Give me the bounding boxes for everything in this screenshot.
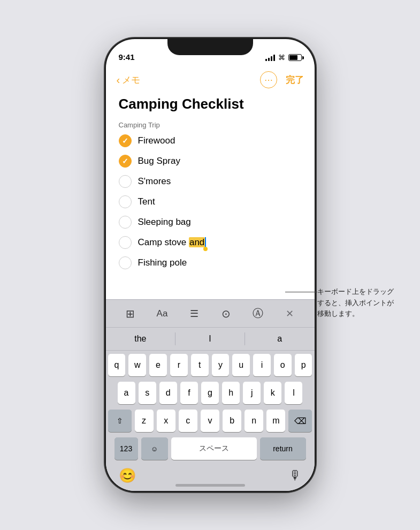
keyboard-row-1: q w e r t y u i o p	[108, 354, 312, 376]
font-button[interactable]: Aa	[151, 303, 173, 324]
signal-bars-icon	[265, 55, 275, 61]
keyboard-row-3: ⇧ z x c v b n m ⌫	[108, 410, 312, 432]
list-item: Bug Spray	[119, 155, 302, 168]
table-icon: ⊞	[126, 307, 135, 320]
section-label: Camping Trip	[119, 121, 302, 129]
autocorrect-suggestion[interactable]: I	[175, 332, 245, 346]
key-l[interactable]: l	[285, 382, 302, 404]
nav-bar: ‹ メモ ⋯ 完了	[106, 66, 315, 92]
list-item: Sleeping bag	[119, 216, 302, 229]
item-text: S'mores	[138, 176, 171, 187]
checkbox-unchecked[interactable]	[119, 256, 132, 269]
checkbox-unchecked[interactable]	[119, 195, 132, 208]
main-content: ‹ メモ ⋯ 完了 Camping Checklist Camping Trip…	[106, 66, 315, 491]
markup-button[interactable]: Ⓐ	[247, 303, 269, 324]
ellipsis-icon: ⋯	[264, 75, 273, 85]
space-key[interactable]: スペース	[171, 437, 257, 460]
number-key[interactable]: 123	[114, 437, 138, 460]
back-label: メモ	[122, 74, 140, 86]
nav-right: ⋯ 完了	[260, 71, 304, 88]
key-c[interactable]: c	[179, 410, 197, 432]
key-e[interactable]: e	[149, 354, 167, 376]
key-s[interactable]: s	[139, 382, 156, 404]
key-u[interactable]: u	[232, 354, 250, 376]
keyboard: q w e r t y u i o p a s d f g h j k	[106, 351, 315, 464]
format-toolbar: ⊞ Aa ☰ ⊙ Ⓐ ✕	[106, 299, 315, 327]
key-n[interactable]: n	[245, 410, 263, 432]
key-r[interactable]: r	[170, 354, 188, 376]
status-icons: ⌘	[265, 54, 302, 62]
key-i[interactable]: i	[253, 354, 271, 376]
key-a[interactable]: a	[118, 382, 135, 404]
checkbox-unchecked[interactable]	[119, 236, 132, 249]
callout-container: キーボード上をドラッグすると、挿入ポイントが移動します。	[285, 286, 398, 320]
list-item: Fishing pole	[119, 256, 302, 269]
key-z[interactable]: z	[135, 410, 154, 432]
keyboard-row-4: 123 ☺ スペース return	[108, 437, 312, 460]
delete-key[interactable]: ⌫	[288, 410, 312, 432]
shift-key[interactable]: ⇧	[108, 410, 132, 432]
list-item: Tent	[119, 195, 302, 208]
done-button[interactable]: 完了	[286, 74, 304, 86]
key-o[interactable]: o	[274, 354, 292, 376]
key-k[interactable]: k	[264, 382, 281, 404]
list-item-active: Camp stove and	[119, 236, 302, 249]
callout-line	[285, 292, 317, 292]
emoji-key[interactable]: ☺	[141, 437, 168, 460]
key-m[interactable]: m	[266, 410, 285, 432]
autocorrect-suggestion[interactable]: a	[245, 332, 315, 346]
item-text-active[interactable]: Camp stove and	[138, 237, 207, 248]
checkbox-unchecked[interactable]	[119, 175, 132, 188]
note-area: Camping Checklist Camping Trip Firewood …	[106, 92, 315, 299]
key-b[interactable]: b	[223, 410, 241, 432]
key-j[interactable]: j	[243, 382, 261, 404]
key-y[interactable]: y	[212, 354, 230, 376]
autocorrect-suggestion[interactable]: the	[106, 332, 175, 346]
camera-button[interactable]: ⊙	[215, 303, 236, 324]
item-text: Fishing pole	[138, 258, 187, 268]
more-button[interactable]: ⋯	[260, 71, 277, 88]
markup-icon: Ⓐ	[253, 306, 263, 321]
item-text: Sleeping bag	[138, 217, 191, 228]
checkbox-checked[interactable]	[119, 134, 132, 147]
text-cursor	[205, 237, 206, 248]
back-button[interactable]: ‹ メモ	[117, 74, 141, 86]
key-t[interactable]: t	[191, 354, 209, 376]
selected-text: and	[189, 237, 205, 247]
home-indicator	[175, 484, 245, 487]
notch	[167, 39, 253, 55]
key-q[interactable]: q	[108, 354, 126, 376]
list-item: Firewood	[119, 134, 302, 147]
mic-button[interactable]: 🎙	[289, 468, 302, 483]
item-text: Bug Spray	[138, 156, 180, 166]
emoji-button[interactable]: 😊	[119, 467, 136, 484]
bottom-bar: 😊 🎙	[106, 464, 315, 491]
key-g[interactable]: g	[201, 382, 219, 404]
table-button[interactable]: ⊞	[119, 303, 141, 324]
list-icon: ☰	[190, 308, 198, 320]
key-v[interactable]: v	[201, 410, 219, 432]
item-text: Firewood	[138, 135, 175, 146]
list-button[interactable]: ☰	[184, 303, 205, 324]
wifi-icon: ⌘	[278, 54, 285, 62]
autocorrect-bar: the I a	[106, 327, 315, 351]
phone-frame: 9:41 ⌘ ‹ メモ ⋯ 完了	[106, 39, 315, 491]
item-text: Tent	[138, 196, 155, 207]
font-icon: Aa	[157, 308, 168, 319]
status-time: 9:41	[119, 52, 135, 62]
key-f[interactable]: f	[180, 382, 198, 404]
battery-icon	[288, 54, 302, 61]
key-d[interactable]: d	[159, 382, 177, 404]
checkbox-unchecked[interactable]	[119, 216, 132, 229]
note-title[interactable]: Camping Checklist	[119, 96, 302, 112]
key-x[interactable]: x	[157, 410, 175, 432]
checkbox-checked[interactable]	[119, 155, 132, 168]
key-h[interactable]: h	[222, 382, 240, 404]
key-p[interactable]: p	[295, 354, 312, 376]
keyboard-row-2: a s d f g h j k l	[108, 382, 312, 404]
list-item: S'mores	[119, 175, 302, 188]
key-w[interactable]: w	[128, 354, 146, 376]
chevron-left-icon: ‹	[117, 74, 120, 86]
callout-text: キーボード上をドラッグすると、挿入ポイントが移動します。	[317, 286, 398, 320]
return-key[interactable]: return	[260, 437, 306, 460]
